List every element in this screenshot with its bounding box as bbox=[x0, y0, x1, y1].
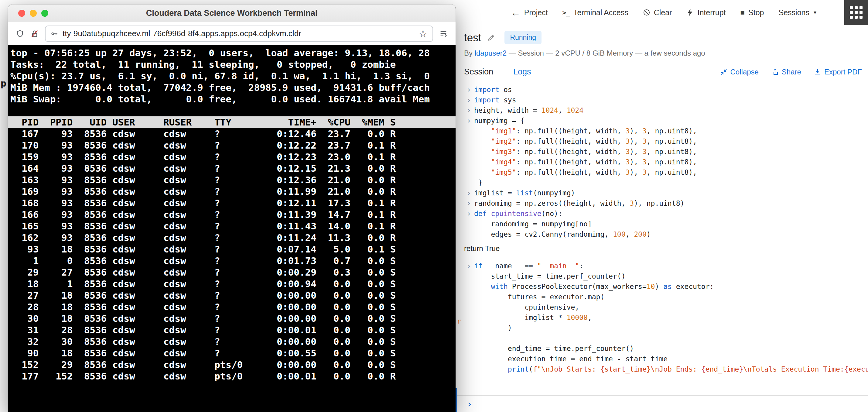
interrupt-label: Interrupt bbox=[697, 8, 725, 17]
code-line: ›height, width = 1024, 1024 bbox=[467, 105, 868, 115]
collapse-button[interactable]: Collapse bbox=[720, 68, 759, 76]
terminal-line: %Cpu(s): 23.7 us, 6.1 sy, 0.0 ni, 67.8 i… bbox=[8, 70, 456, 82]
prompt-spacer bbox=[467, 323, 474, 333]
terminal-line bbox=[8, 105, 456, 116]
export-pdf-label: Export PDF bbox=[824, 68, 862, 76]
status-badge: Running bbox=[504, 31, 541, 44]
tab-logs[interactable]: Logs bbox=[513, 67, 531, 77]
clear-button[interactable]: Clear bbox=[643, 8, 672, 17]
process-row: 1 0 8536 cdsw cdsw ? 0:01.73 0.7 0.0 S bbox=[8, 255, 456, 266]
terminal-line: top - 07:56:25 up 27 days, 23:52, 0 user… bbox=[8, 47, 456, 59]
process-row: 152 29 8536 cdsw cdsw pts/0 0:00.00 0.0 … bbox=[8, 359, 456, 371]
minimize-button[interactable] bbox=[30, 10, 37, 17]
prompt-chevron-icon: › bbox=[467, 115, 474, 126]
top-navbar: ← Project >_ Terminal Access Clear Inter… bbox=[456, 0, 868, 25]
code-line: edges = cv2.Canny(randomimg, 100, 200) bbox=[467, 229, 868, 239]
terminal-summary: top - 07:56:25 up 27 days, 23:52, 0 user… bbox=[8, 47, 456, 116]
collapse-label: Collapse bbox=[731, 68, 759, 76]
address-bar: tty-9u0atu5puqzhceev.ml-76cf996d-8f4.app… bbox=[45, 26, 433, 42]
prompt-spacer bbox=[467, 281, 474, 292]
process-table: PID PPID UID USER RUSER TTY TIME+ %CPU %… bbox=[8, 116, 456, 382]
process-row: 30 18 8536 cdsw cdsw ? 0:00.00 0.0 0.0 S bbox=[8, 313, 456, 324]
stop-icon: ■ bbox=[740, 9, 745, 16]
share-icon bbox=[771, 68, 779, 76]
prompt-spacer bbox=[467, 302, 474, 312]
code-line: "img5": np.full((height, width, 3), 3, n… bbox=[467, 167, 868, 177]
sessions-label: Sessions bbox=[779, 8, 809, 17]
process-row: 177 152 8536 cdsw cdsw pts/0 0:00.01 0.0… bbox=[8, 371, 456, 382]
terminal-screen[interactable]: top - 07:56:25 up 27 days, 23:52, 0 user… bbox=[8, 45, 456, 412]
prompt-spacer bbox=[467, 312, 474, 323]
code-line: randomimg = numpyimg[no] bbox=[467, 219, 868, 229]
prompt-spacer bbox=[467, 219, 474, 229]
code-line: cpuintensive, bbox=[467, 302, 868, 312]
prompt-spacer bbox=[467, 177, 474, 188]
cdsw-panel: ← Project >_ Terminal Access Clear Inter… bbox=[456, 0, 868, 412]
terminal-line: Tasks: 22 total, 11 running, 11 sleeping… bbox=[8, 59, 456, 70]
collapse-icon bbox=[720, 68, 727, 76]
user-link[interactable]: ldapuser2 bbox=[475, 49, 506, 57]
code-line: end_time = time.perf_counter() bbox=[467, 343, 868, 354]
project-button[interactable]: ← Project bbox=[511, 8, 548, 17]
tab-session[interactable]: Session bbox=[464, 67, 493, 77]
prompt-spacer bbox=[467, 146, 474, 157]
stop-button[interactable]: ■ Stop bbox=[740, 8, 764, 17]
url-input[interactable]: tty-9u0atu5puqzhceev.ml-76cf996d-8f4.app… bbox=[63, 29, 414, 38]
code-line: imglist * 10000, bbox=[467, 312, 868, 323]
prompt-spacer bbox=[467, 343, 474, 354]
terminal-line: MiB Swap: 0.0 total, 0.0 free, 0.0 used.… bbox=[8, 93, 456, 105]
process-row: 28 18 8536 cdsw cdsw ? 0:00.00 0.0 0.0 S bbox=[8, 301, 456, 313]
edit-icon[interactable] bbox=[487, 33, 495, 41]
process-row: 167 93 8536 cdsw cdsw ? 0:12.46 23.7 0.0… bbox=[8, 128, 456, 140]
code-line: ›def cpuintensive(no): bbox=[467, 208, 868, 219]
export-pdf-button[interactable]: Export PDF bbox=[814, 68, 862, 76]
process-row: 166 93 8536 cdsw cdsw ? 0:11.39 14.7 0.1… bbox=[8, 209, 456, 220]
byline-details: — Session — 2 vCPU / 8 GiB Memory — a fe… bbox=[509, 49, 705, 57]
terminal-access-button[interactable]: >_ Terminal Access bbox=[562, 8, 628, 17]
insecure-lock-icon[interactable] bbox=[30, 29, 39, 38]
stray-glyph-right: r bbox=[457, 316, 461, 326]
prompt-spacer bbox=[467, 126, 474, 136]
code-line: futures = executor.map( bbox=[467, 292, 868, 302]
session-console: ›import os›import sys›height, width = 10… bbox=[456, 85, 868, 374]
console-output-line: return True bbox=[464, 244, 868, 253]
session-byline: By ldapuser2 — Session — 2 vCPU / 8 GiB … bbox=[464, 49, 862, 57]
process-row: 31 28 8536 cdsw cdsw ? 0:00.01 0.0 0.0 S bbox=[8, 324, 456, 336]
sessions-dropdown[interactable]: Sessions ▾ bbox=[779, 8, 817, 17]
code-line: ›import os bbox=[467, 85, 868, 95]
prompt-chevron-icon: › bbox=[467, 85, 474, 95]
prompt-spacer bbox=[467, 229, 474, 239]
back-arrow-icon: ← bbox=[511, 8, 521, 17]
stop-label: Stop bbox=[748, 8, 764, 17]
prompt-chevron-icon: › bbox=[467, 95, 474, 105]
input-focus-edge bbox=[456, 388, 457, 412]
code-line: with ProcessPoolExecutor(max_workers=10)… bbox=[467, 281, 868, 292]
interrupt-button[interactable]: Interrupt bbox=[686, 8, 725, 17]
bookmark-star-icon[interactable]: ☆ bbox=[418, 29, 428, 39]
zoom-button[interactable] bbox=[41, 10, 48, 17]
grid-icon bbox=[850, 6, 863, 19]
prompt-chevron-icon: › bbox=[467, 105, 474, 115]
code-line: ›import sys bbox=[467, 95, 868, 105]
code-line: "img2": np.full((height, width, 3), 3, n… bbox=[467, 136, 868, 146]
session-header: test Running By ldapuser2 — Session — 2 … bbox=[456, 25, 868, 77]
app-switcher-button[interactable] bbox=[844, 0, 868, 25]
close-button[interactable] bbox=[18, 10, 25, 17]
code-line: ›imglist = list(numpyimg) bbox=[467, 188, 868, 198]
process-row: 29 27 8536 cdsw cdsw ? 0:00.29 0.3 0.0 S bbox=[8, 266, 456, 278]
process-row: 27 18 8536 cdsw cdsw ? 0:00.00 0.0 0.0 S bbox=[8, 290, 456, 301]
reading-list-icon[interactable] bbox=[439, 29, 448, 38]
shield-icon[interactable] bbox=[16, 29, 24, 38]
process-row: 32 30 8536 cdsw cdsw ? 0:00.00 0.0 0.0 S bbox=[8, 336, 456, 347]
code-line: "img1": np.full((height, width, 3), 3, n… bbox=[467, 126, 868, 136]
process-row: 159 93 8536 cdsw cdsw ? 0:12.23 23.0 0.1… bbox=[8, 151, 456, 163]
prompt-spacer bbox=[467, 292, 474, 302]
console-input[interactable]: › bbox=[456, 395, 868, 412]
code-line: ›numpyimg = { bbox=[467, 115, 868, 126]
share-button[interactable]: Share bbox=[771, 68, 801, 76]
code-line: } bbox=[467, 177, 868, 188]
prompt-spacer bbox=[467, 136, 474, 146]
prompt-spacer bbox=[467, 333, 474, 343]
process-row: 163 93 8536 cdsw cdsw ? 0:12.36 21.0 0.0… bbox=[8, 174, 456, 186]
code-line bbox=[467, 333, 868, 343]
